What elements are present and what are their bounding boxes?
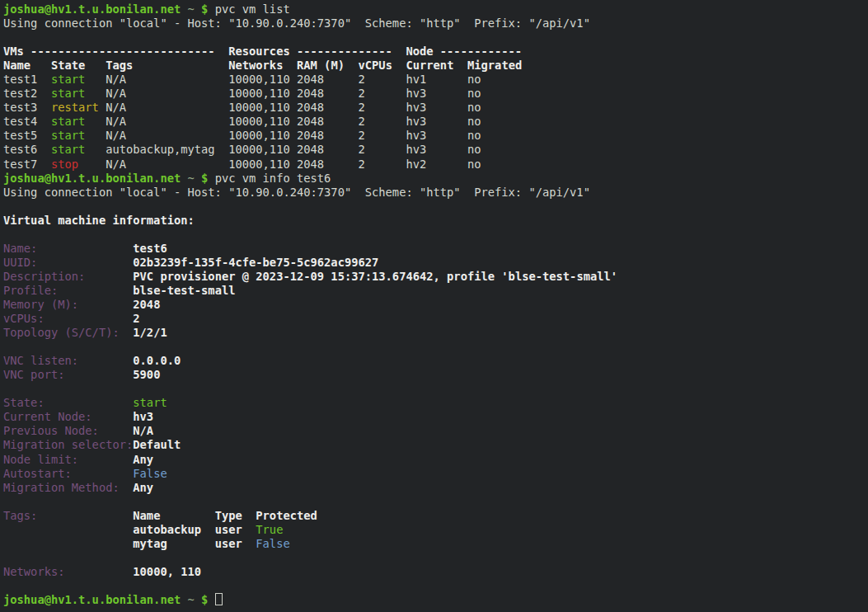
prompt-user-host: joshua@hv1.t.u.bonilan.net — [3, 2, 181, 16]
terminal-line: test1 start N/A 10000,110 2048 2 hv1 no — [3, 73, 868, 87]
vm-tags: N/A — [106, 101, 228, 114]
col-header-migrated: Migrated — [467, 59, 522, 72]
field-label: Previous Node: — [3, 424, 133, 437]
tag-name: autobackup — [133, 523, 214, 536]
field-label: VNC listen: — [3, 354, 133, 367]
terminal-line: vCPUs: 2 — [3, 312, 868, 326]
terminal-line: test5 start N/A 10000,110 2048 2 hv3 no — [3, 129, 868, 143]
col-header-vcpus: vCPUs — [359, 59, 406, 72]
vm-state: start — [51, 73, 106, 86]
terminal[interactable]: joshua@hv1.t.u.bonilan.net ~ $ pvc vm li… — [0, 0, 868, 612]
field-value: Default — [133, 438, 181, 451]
indent — [3, 537, 133, 550]
terminal-line: test7 stop N/A 10000,110 2048 2 hv2 no — [3, 158, 868, 172]
vm-name: test7 — [3, 158, 51, 171]
command-vm-list: pvc vm list — [208, 2, 289, 16]
terminal-line: Memory (M): 2048 — [3, 298, 868, 312]
vm-migrated: no — [467, 101, 481, 114]
vm-migrated: no — [467, 73, 481, 86]
field-value-autostart: False — [133, 467, 167, 480]
field-label: State: — [3, 396, 133, 409]
prompt-user-host: joshua@hv1.t.u.bonilan.net — [3, 172, 181, 185]
vm-networks: 10000,110 — [228, 158, 297, 171]
section-heading: Virtual machine information: — [3, 214, 195, 227]
terminal-line: Using connection "local" - Host: "10.90.… — [3, 16, 868, 31]
terminal-line: VNC listen: 0.0.0.0 — [3, 354, 868, 368]
prompt-symbol: $ — [195, 2, 209, 16]
vm-networks: 10000,110 — [228, 115, 297, 128]
terminal-line — [3, 340, 868, 354]
field-value: Any — [133, 453, 153, 466]
vm-name: test6 — [3, 143, 51, 156]
vm-current-node: hv3 — [406, 143, 467, 156]
terminal-line: Previous Node: N/A — [3, 424, 868, 438]
vm-state: stop — [51, 158, 106, 171]
terminal-line: Migration selector:Default — [3, 438, 868, 452]
terminal-line: Networks: 10000, 110 — [3, 565, 868, 579]
field-label: VNC port: — [3, 368, 133, 381]
vm-migrated: no — [467, 158, 481, 171]
terminal-line: joshua@hv1.t.u.bonilan.net ~ $ — [3, 593, 868, 607]
desktop: { "palette": { "bg": "#222426", "fg": "#… — [0, 0, 868, 612]
col-header-name: Name — [3, 59, 51, 72]
field-value: 10000, 110 — [133, 565, 201, 578]
prompt-symbol: $ — [195, 172, 209, 185]
field-value: 1/2/1 — [133, 326, 167, 339]
terminal-line: State: start — [3, 396, 868, 410]
field-label: Migration selector: — [3, 438, 133, 451]
col-header-ram: RAM (M) — [297, 59, 359, 72]
table-group-header: VMs --------------------------- Resource… — [3, 45, 522, 58]
vm-current-node: hv3 — [406, 115, 467, 128]
vm-ram: 2048 — [297, 143, 359, 156]
vm-tags: N/A — [106, 73, 228, 86]
vm-state: restart — [51, 101, 106, 114]
vm-migrated: no — [467, 143, 481, 156]
command-vm-info: pvc vm info test6 — [208, 172, 331, 185]
terminal-line: UUID: 02b3239f-135f-4cfe-be75-5c962ac996… — [3, 256, 868, 270]
tags-col-header-type: Type — [215, 509, 256, 522]
terminal-line — [3, 200, 868, 214]
field-value: 0.0.0.0 — [133, 354, 181, 367]
vm-ram: 2048 — [297, 101, 359, 114]
tags-col-header-name: Name — [133, 509, 214, 522]
vm-name: test5 — [3, 129, 51, 142]
field-label: Topology (S/C/T): — [3, 326, 133, 339]
tag-protected: True — [256, 523, 283, 536]
vm-ram: 2048 — [297, 115, 359, 128]
connection-info: Using connection "local" - Host: "10.90.… — [3, 16, 590, 30]
tag-name: mytag — [133, 537, 214, 550]
vm-vcpus: 2 — [359, 129, 406, 142]
field-value: PVC provisioner @ 2023-12-09 15:37:13.67… — [133, 270, 617, 283]
connection-info: Using connection "local" - Host: "10.90.… — [3, 186, 590, 199]
vm-tags: N/A — [106, 158, 228, 171]
field-label: Current Node: — [3, 410, 133, 423]
field-label: Profile: — [3, 284, 133, 297]
vm-current-node: hv3 — [406, 87, 467, 100]
terminal-line: Name: test6 — [3, 242, 868, 256]
field-value: hv3 — [133, 410, 153, 423]
terminal-line: mytag user False — [3, 537, 868, 551]
vm-networks: 10000,110 — [228, 129, 297, 142]
vm-state: start — [51, 143, 106, 156]
vm-networks: 10000,110 — [228, 87, 297, 100]
prompt-user-host: joshua@hv1.t.u.bonilan.net — [3, 593, 181, 606]
vm-migrated: no — [467, 115, 481, 128]
field-label: Description: — [3, 270, 133, 283]
vm-networks: 10000,110 — [228, 143, 297, 156]
terminal-line: VNC port: 5900 — [3, 368, 868, 382]
field-value: 2048 — [133, 298, 160, 311]
terminal-line: Tags: Name Type Protected — [3, 509, 868, 523]
field-label: Autostart: — [3, 467, 133, 480]
terminal-line: test4 start N/A 10000,110 2048 2 hv3 no — [3, 115, 868, 129]
field-label: Name: — [3, 242, 133, 255]
indent — [3, 523, 133, 536]
field-label: UUID: — [3, 256, 133, 269]
terminal-line: Virtual machine information: — [3, 214, 868, 228]
terminal-line — [3, 228, 868, 242]
vm-state: start — [51, 129, 106, 142]
terminal-line: Topology (S/C/T): 1/2/1 — [3, 326, 868, 340]
vm-ram: 2048 — [297, 73, 359, 86]
terminal-line — [3, 382, 868, 396]
terminal-line — [3, 495, 868, 509]
terminal-line: autobackup user True — [3, 523, 868, 537]
